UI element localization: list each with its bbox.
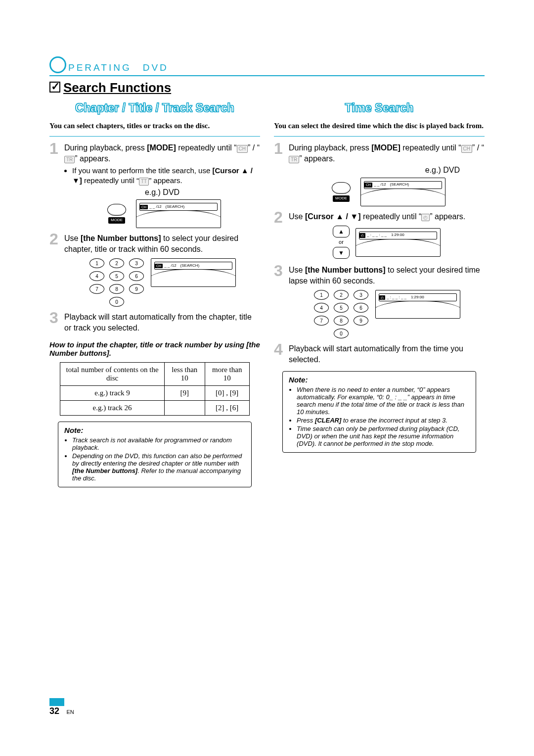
keycap: 8: [109, 284, 124, 294]
tt-badge-icon: TT: [139, 178, 149, 186]
illustration: MODE CH_ _ /12 (SEARCH): [64, 199, 260, 228]
step-number: 3: [274, 265, 285, 338]
note-label: Note:: [289, 376, 308, 384]
illustration: ▲ or ▼ ◴_ : _ _ : _ _ 1:29:00: [289, 225, 485, 260]
osd-chip: CH: [364, 183, 372, 187]
left-step-2: 2 Use [the Number buttons] to select you…: [49, 233, 260, 307]
osd-text: _ : _ _ : _ _ 1:29:00: [387, 295, 424, 300]
divider: [274, 136, 485, 137]
mode-key: [MODE]: [147, 143, 176, 152]
number-pad-icon: 1 2 3 4 5 6 7 8 9 0: [313, 290, 369, 338]
step-number: 1: [49, 142, 60, 228]
t: During playback, press: [289, 143, 371, 152]
t: repeatedly until “: [176, 143, 237, 152]
eg-label: e.g.) DVD: [64, 187, 260, 198]
keycap: 3: [129, 258, 144, 268]
td: [9]: [164, 385, 205, 400]
keycap: 3: [354, 290, 368, 300]
osd-chip: ◴: [379, 295, 385, 300]
right-subtitle: Time Search: [274, 101, 485, 115]
bullet: If you want to perform the title search,…: [72, 166, 260, 186]
osd-display-icon: CH_ _ /12 (SEARCH): [151, 258, 236, 287]
step-number: 3: [49, 312, 60, 333]
keycap: 1: [89, 258, 104, 268]
note-item: Press [CLEAR] to erase the incorrect inp…: [297, 417, 470, 424]
tr-badge-icon: TR: [64, 156, 75, 164]
t: ” appears.: [75, 154, 110, 163]
keycap: 0: [109, 297, 124, 307]
td: e.g.) track 26: [60, 400, 165, 415]
track-input-table: total number of contents on the disc les…: [60, 362, 249, 416]
t: ” / “: [472, 143, 484, 152]
keycap: 5: [334, 303, 349, 313]
t: Use: [289, 266, 305, 274]
osd-display-icon: ◴_ : _ _ : _ _ 1:29:00: [356, 228, 441, 257]
section-title: Search Functions: [49, 80, 485, 95]
t: Use: [64, 234, 81, 242]
left-column: Chapter / Title / Track Search You can s…: [49, 98, 260, 487]
keycap: 6: [129, 271, 144, 281]
osd-chip: CH: [155, 264, 163, 268]
th: more than 10: [205, 362, 249, 385]
big-o-icon: [49, 56, 66, 73]
arrow-buttons-icon: ▲ or ▼: [333, 225, 350, 260]
keycap: 7: [89, 284, 104, 294]
clock-badge-icon: ◴: [421, 214, 430, 222]
or-label: or: [333, 238, 350, 246]
step-text: Playback will start automatically from t…: [64, 312, 260, 333]
osd-text: _ _ /12 (SEARCH): [164, 263, 199, 269]
osd-chip: CH: [140, 205, 148, 209]
page-tab-icon: [49, 698, 64, 706]
mode-button-icon: MODE: [103, 204, 130, 224]
osd-chip: ◴: [359, 233, 365, 237]
note-item: Track search is not available for progra…: [72, 436, 245, 451]
page-num-value: 32: [49, 706, 59, 716]
illustration: MODE CH_ _ /12 (SEARCH): [289, 178, 485, 206]
ch-badge-icon: CH: [461, 145, 472, 153]
t: repeatedly until “: [400, 143, 461, 152]
osd-text: _ : _ _ : _ _ 1:29:00: [367, 233, 404, 238]
keycap: 4: [314, 303, 329, 313]
t: Depending on the DVD, this function can …: [72, 452, 242, 467]
left-note: Note: Track search is not available for …: [58, 422, 252, 487]
left-subtitle: Chapter / Title / Track Search: [49, 101, 260, 115]
right-step-3: 3 Use [the Number buttons] to select you…: [274, 265, 485, 338]
howto-heading: How to input the chapter, title or track…: [49, 340, 260, 357]
mode-label: MODE: [108, 217, 125, 224]
t: If you want to perform the title search,…: [72, 166, 212, 175]
note-item: Depending on the DVD, this function can …: [72, 452, 245, 482]
eg-label: e.g.) DVD: [289, 165, 460, 176]
right-note: Note: When there is no need to enter a n…: [282, 371, 476, 453]
header-operating-dvd: PERATING DVD: [49, 56, 485, 76]
keycap: 2: [334, 290, 349, 300]
t: repeatedly until “: [360, 212, 421, 221]
number-buttons-key: [the Number buttons]: [305, 266, 386, 274]
keycap: 9: [129, 284, 144, 294]
step-text: Use [the Number buttons] to select your …: [289, 265, 485, 338]
checkbox-icon: [49, 82, 60, 93]
keycap: 7: [314, 316, 329, 326]
step-text: During playback, press [MODE] repeatedly…: [289, 142, 485, 206]
right-step-2: 2 Use [Cursor ▲ / ▼] repeatedly until “◴…: [274, 211, 485, 260]
number-buttons-key: [the Number buttons]: [81, 234, 161, 242]
osd-text: _ _ /12 (SEARCH): [374, 182, 409, 188]
page-lang: EN: [66, 709, 74, 715]
step-text: During playback, press [MODE] repeatedly…: [64, 142, 260, 228]
mode-button-icon: MODE: [328, 182, 355, 202]
keycap: 6: [354, 303, 368, 313]
note-item: Time search can only be performed during…: [297, 425, 470, 447]
mode-label: MODE: [333, 195, 350, 202]
right-column: Time Search You can select the desired t…: [274, 98, 485, 487]
number-buttons-key: [the Number buttons]: [72, 467, 137, 474]
t: During playback, press: [64, 143, 147, 152]
note-item: When there is no need to enter a number,…: [297, 386, 470, 416]
keycap: 4: [89, 271, 104, 281]
step-number: 4: [274, 343, 285, 365]
t: Use: [289, 212, 305, 221]
t: Press: [297, 417, 315, 424]
note-label: Note:: [64, 426, 83, 434]
keycap: 1: [314, 290, 329, 300]
td: [0] , [9]: [205, 385, 249, 400]
osd-display-icon: CH_ _ /12 (SEARCH): [360, 178, 445, 206]
right-step-1: 1 During playback, press [MODE] repeated…: [274, 142, 485, 206]
